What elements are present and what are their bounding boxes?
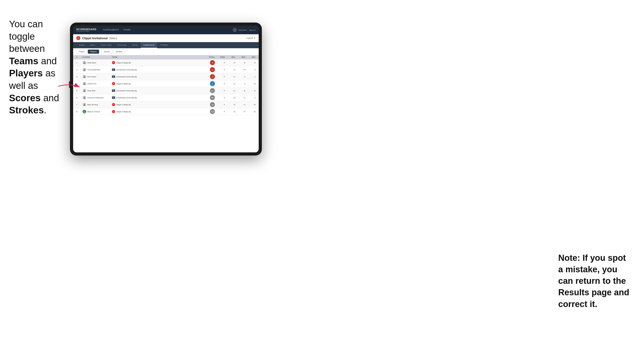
logo-sub: Powered by clippd xyxy=(76,31,96,32)
rd1-6: +5 xyxy=(225,97,235,99)
rank-1: 1 xyxy=(76,62,82,64)
player-8: Marcus Turners xyxy=(82,110,112,113)
top-nav: SCOREBOARD Powered by clippd TOURNAMENTS… xyxy=(73,26,259,34)
toggle-strokes-button[interactable]: Strokes xyxy=(113,50,125,54)
table-row: 5 Rees Britt SU Scoreboard University [A… xyxy=(73,87,259,94)
user-name: Test User | xyxy=(238,29,247,31)
total-4: E xyxy=(201,81,215,86)
sign-out-link[interactable]: Sign out xyxy=(249,29,256,31)
team-3: SU Scoreboard University [A] xyxy=(112,75,157,78)
table-row: 6 Cameron Robertson SU Scoreboard Univer… xyxy=(73,94,259,101)
table-row: 4 David Ford C Clippd College [A] E xyxy=(73,80,259,87)
cancel-button[interactable]: Cancel ✕ xyxy=(246,37,256,39)
rd3-8: +2 xyxy=(245,111,256,113)
total-3: -2 xyxy=(201,74,215,79)
rd1-7: +2 xyxy=(225,104,235,106)
toggle-scores-button[interactable]: Scores xyxy=(101,50,112,54)
tab-details[interactable]: Details xyxy=(76,42,87,48)
col-rd3: RD3 xyxy=(245,56,256,58)
rank-7: 7 xyxy=(76,104,82,106)
thru-4: F xyxy=(215,83,225,85)
tournament-header: C Clippd Invitational (Men) Cancel ✕ xyxy=(73,34,259,42)
svg-point-5 xyxy=(84,97,85,98)
rd3-2: -4 xyxy=(245,69,256,71)
score-badge-4: E xyxy=(210,81,215,86)
rd1-4: +1 xyxy=(225,83,235,85)
svg-point-0 xyxy=(84,62,85,63)
rd3-3: -1 xyxy=(245,76,256,78)
avatar-2 xyxy=(82,68,86,71)
leaderboard-table: # PLAYER TEAM TOTAL THRU RD1 RD2 RD3 1 E… xyxy=(73,55,259,152)
tournament-logo: C xyxy=(76,36,80,40)
rd3-1: -5 xyxy=(245,62,256,64)
score-badge-6: +6 xyxy=(210,95,215,100)
rd2-5: E xyxy=(235,90,245,92)
toggle-bar: Teams Players Scores Strokes xyxy=(73,48,259,55)
user-avatar xyxy=(233,28,237,32)
col-thru: THRU xyxy=(215,56,225,58)
thru-8: F xyxy=(215,111,225,113)
total-7: +8 xyxy=(201,102,215,107)
rd3-5: E xyxy=(245,90,256,92)
rd1-8: +2 xyxy=(225,111,235,113)
nav-teams[interactable]: TEAMS xyxy=(121,26,133,34)
team-2: SU Scoreboard University [A] xyxy=(112,68,157,71)
player-5: Rees Britt xyxy=(82,89,112,92)
score-badge-5: +1 xyxy=(210,88,215,93)
rd1-3: +1 xyxy=(225,76,235,78)
rank-4: 4 xyxy=(76,83,82,85)
rd3-4: +3 xyxy=(245,83,256,85)
thru-2: F xyxy=(215,69,225,71)
rd3-7: +6 xyxy=(245,104,256,106)
toggle-players-button[interactable]: Players xyxy=(88,50,99,54)
svg-point-1 xyxy=(84,69,85,70)
svg-point-2 xyxy=(84,76,85,77)
total-6: +6 xyxy=(201,95,215,100)
avatar-3 xyxy=(82,75,86,78)
player-6: Cameron Robertson xyxy=(82,96,112,99)
col-player: PLAYER xyxy=(82,56,112,58)
nav-links: TOURNAMENTS TEAMS xyxy=(100,26,232,34)
team-logo-2: SU xyxy=(112,68,115,71)
nav-tournaments[interactable]: TOURNAMENTS xyxy=(100,26,121,34)
score-badge-7: +8 xyxy=(210,102,215,107)
tab-course-setup[interactable]: Course Setup xyxy=(98,42,114,48)
team-1: C Clippd College [A] xyxy=(112,61,157,64)
table-row: 3 Rich Butler SU Scoreboard University [… xyxy=(73,73,259,80)
avatar-1 xyxy=(82,61,86,64)
tablet-screen: SCOREBOARD Powered by clippd TOURNAMENTS… xyxy=(73,26,259,152)
rank-5: 5 xyxy=(76,90,82,92)
avatar-8 xyxy=(82,110,86,113)
score-badge-1: -8 xyxy=(210,60,215,65)
team-logo-6: SU xyxy=(112,96,115,99)
player-7: Blair McHarg xyxy=(82,103,112,106)
team-8: C Clippd College [A] xyxy=(112,110,157,113)
avatar-6 xyxy=(82,96,86,99)
team-logo-4: C xyxy=(112,82,115,85)
score-badge-8: +11 xyxy=(210,109,215,114)
tab-results[interactable]: Results xyxy=(129,42,141,48)
col-rd2: RD2 xyxy=(235,56,245,58)
avatar-7 xyxy=(82,103,86,106)
svg-point-7 xyxy=(84,111,85,112)
rd2-6: +2 xyxy=(235,97,245,99)
table-row: 7 Blair McHarg C Clippd College [A] +8 xyxy=(73,101,259,108)
thru-1: F xyxy=(215,62,225,64)
total-2: -4 xyxy=(201,67,215,72)
scoreboard-logo: SCOREBOARD Powered by clippd xyxy=(76,28,96,32)
tab-teams[interactable]: Teams xyxy=(87,42,98,48)
nav-right: Test User | Sign out xyxy=(233,28,256,32)
rd3-6: -1 xyxy=(245,97,256,99)
thru-3: F xyxy=(215,76,225,78)
tab-printables[interactable]: Printables xyxy=(157,42,171,48)
tab-leaderboards[interactable]: Leaderboards xyxy=(141,42,157,48)
rd1-5: +1 xyxy=(225,90,235,92)
team-logo-7: C xyxy=(112,103,115,106)
col-total: TOTAL xyxy=(201,56,215,58)
team-6: SU Scoreboard University [A] xyxy=(112,96,157,99)
player-4: David Ford xyxy=(82,82,112,85)
toggle-teams-button[interactable]: Teams xyxy=(76,50,87,54)
rd2-8: +7 xyxy=(235,111,245,113)
tab-tee-groups[interactable]: Tee Groups xyxy=(114,42,129,48)
logo-main: SCOREBOARD xyxy=(76,28,96,31)
